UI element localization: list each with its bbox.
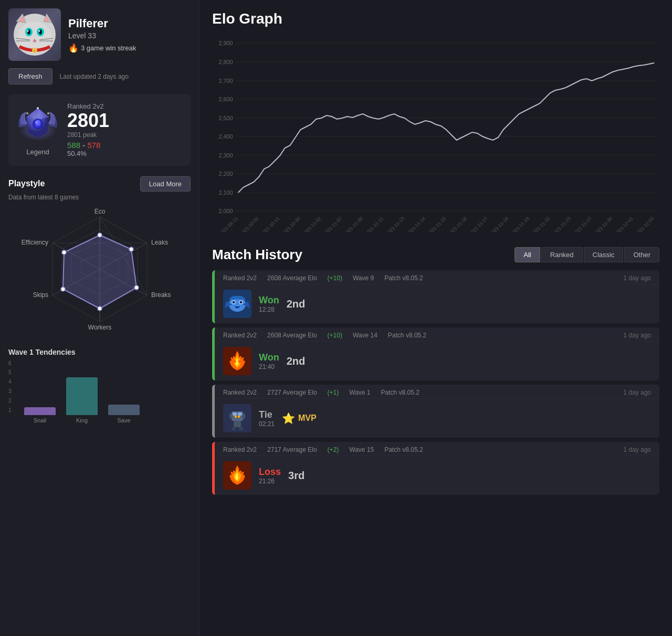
svg-text:2,900: 2,900: [218, 40, 233, 46]
match-meta-4: Ranked 2v2 2717 Average Elo (+2) Wave 15…: [215, 442, 659, 456]
match-time-ago-3: 1 day ago: [623, 389, 651, 396]
svg-text:2021-11-07: 2021-11-07: [322, 216, 343, 232]
match-card-1[interactable]: Ranked 2v2 2608 Average Elo (+10) Wave 9…: [212, 270, 659, 323]
svg-text:2,300: 2,300: [218, 152, 233, 158]
filter-tab-all[interactable]: All: [514, 247, 540, 262]
svg-rect-109: [233, 412, 237, 416]
match-card-2[interactable]: Ranked 2v2 2608 Average Elo (+10) Wave 1…: [212, 327, 659, 380]
svg-text:2021-11-30: 2021-11-30: [593, 216, 613, 232]
match-card-4[interactable]: Ranked 2v2 2717 Average Elo (+2) Wave 15…: [212, 442, 659, 495]
match-placement-4: 3rd: [288, 470, 304, 482]
svg-text:2,200: 2,200: [218, 171, 233, 177]
refresh-button[interactable]: Refresh: [8, 68, 52, 84]
rank-wl: 588 - 578: [67, 141, 182, 150]
filter-tab-ranked[interactable]: Ranked: [541, 247, 583, 262]
rank-elo: 2801: [67, 110, 182, 131]
bar-save: Save: [108, 363, 140, 423]
match-result-4: Loss: [259, 467, 281, 478]
playstyle-section: Playstyle Load More Data from latest 8 g…: [8, 176, 191, 423]
svg-text:2021-08-11: 2021-08-11: [218, 216, 239, 232]
svg-point-48: [98, 306, 102, 311]
bar-snail: Snail: [24, 363, 56, 423]
match-card-3[interactable]: Ranked 2v2 2727 Average Elo (+1) Wave 1 …: [212, 385, 659, 438]
match-main-2: Won 21:40 2nd: [215, 342, 659, 380]
avatar: ♥: [8, 8, 61, 61]
username: Pilferer: [68, 17, 136, 30]
svg-point-24: [26, 112, 28, 114]
svg-rect-116: [235, 416, 237, 418]
match-result-2: Won: [259, 352, 279, 363]
rank-type: Ranked 2v2: [67, 102, 182, 110]
match-result-block-2: Won 21:40: [259, 352, 279, 370]
svg-rect-113: [234, 421, 241, 427]
match-elo-change-2: (+10): [328, 332, 342, 339]
svg-text:2021-11-02: 2021-11-02: [301, 216, 322, 232]
svg-point-10: [27, 30, 29, 32]
svg-text:2021-11-15: 2021-11-15: [426, 216, 447, 232]
match-wave-2: Wave 14: [353, 332, 377, 339]
match-time-ago-2: 1 day ago: [623, 332, 651, 339]
svg-point-49: [61, 287, 65, 291]
svg-rect-112: [242, 414, 245, 419]
filter-tab-classic[interactable]: Classic: [584, 247, 624, 262]
svg-text:2021-11-13: 2021-11-13: [385, 216, 405, 232]
playstyle-header: Playstyle Load More: [8, 176, 191, 192]
svg-text:Leaks: Leaks: [151, 239, 168, 246]
svg-text:2,100: 2,100: [218, 189, 233, 196]
playstyle-title: Playstyle: [8, 179, 45, 188]
match-time-ago-4: 1 day ago: [623, 446, 651, 453]
match-main-3: Tie 02:21 ⭐ MVP: [215, 399, 659, 438]
svg-text:2021-11-23: 2021-11-23: [551, 216, 572, 232]
svg-text:2021-11-17: 2021-11-17: [468, 216, 488, 232]
svg-text:Skips: Skips: [33, 291, 48, 299]
right-panel: Elo Graph 2,900: [200, 0, 672, 636]
svg-point-105: [233, 360, 236, 363]
svg-point-46: [129, 247, 133, 251]
match-wave-4: Wave 15: [349, 446, 374, 453]
bar-chart-area: 6 5 4 3 2 1 Snail: [8, 361, 191, 423]
match-type-4: Ranked 2v2: [223, 446, 257, 453]
match-patch-3: Patch v8.05.2: [381, 389, 419, 396]
rank-label: Legend: [17, 148, 59, 156]
svg-text:♥: ♥: [34, 49, 36, 52]
svg-text:2,800: 2,800: [218, 59, 233, 65]
wave-tendencies-title: Wave 1 Tendencies: [8, 348, 191, 356]
match-duration-4: 21:26: [259, 478, 281, 485]
match-mvp-3: ⭐ MVP: [282, 412, 317, 425]
svg-text:Workers: Workers: [88, 324, 111, 331]
match-meta-1: Ranked 2v2 2608 Average Elo (+10) Wave 9…: [215, 270, 659, 284]
svg-point-23: [36, 121, 38, 123]
load-more-button[interactable]: Load More: [140, 176, 191, 192]
svg-point-25: [47, 112, 49, 114]
match-wave-1: Wave 9: [353, 274, 374, 282]
filter-tab-other[interactable]: Other: [624, 247, 659, 262]
match-history-title: Match History: [212, 247, 302, 263]
match-patch-1: Patch v8.05.2: [384, 274, 423, 282]
svg-text:2,600: 2,600: [218, 96, 233, 102]
profile-info: Pilferer Level 33 🔥 3 game win streak: [68, 17, 136, 53]
match-time-ago-1: 1 day ago: [623, 274, 651, 282]
elo-graph-title: Elo Graph: [212, 10, 659, 27]
match-history-header: Match History All Ranked Classic Other: [212, 247, 659, 263]
svg-point-106: [238, 360, 242, 363]
svg-text:2021-11-14: 2021-11-14: [405, 216, 426, 232]
match-wave-3: Wave 1: [349, 389, 370, 396]
svg-rect-114: [232, 427, 236, 430]
svg-text:Breaks: Breaks: [151, 291, 171, 299]
refresh-row: Refresh Last updated 2 days ago: [8, 68, 191, 84]
svg-text:2,400: 2,400: [218, 133, 233, 140]
match-result-block-1: Won 12:28: [259, 295, 279, 313]
radar-chart-container: Eco Leaks Breaks Workers Skips Efficienc…: [8, 206, 191, 343]
svg-text:2,000: 2,000: [218, 208, 233, 214]
bar-king: King: [66, 363, 98, 423]
svg-rect-110: [238, 412, 242, 416]
rank-emblem: [17, 104, 59, 146]
last-updated-text: Last updated 2 days ago: [60, 73, 129, 80]
match-elo-2: 2608 Average Elo: [267, 332, 317, 339]
match-type-3: Ranked 2v2: [223, 389, 257, 396]
match-meta-2: Ranked 2v2 2608 Average Elo (+10) Wave 1…: [215, 327, 659, 342]
rank-separator: -: [82, 141, 87, 150]
svg-text:2021-10-02: 2021-10-02: [239, 216, 259, 232]
svg-text:Eco: Eco: [94, 208, 105, 215]
svg-point-45: [98, 233, 102, 237]
